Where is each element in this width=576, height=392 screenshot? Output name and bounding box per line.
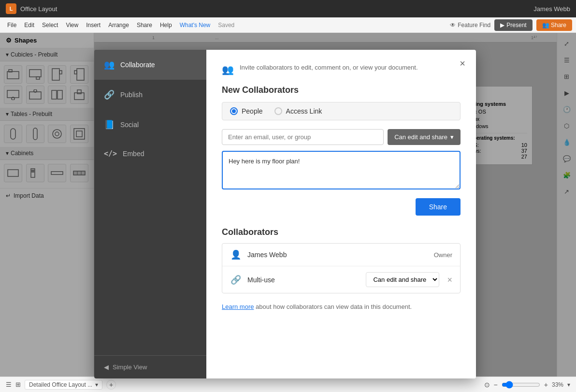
- nav-item-collaborate[interactable]: 👥 Collaborate: [94, 50, 206, 80]
- close-button[interactable]: ×: [456, 57, 469, 70]
- user-icon: 👤: [230, 249, 242, 260]
- menu-whats-new[interactable]: What's New: [176, 20, 214, 30]
- page-list-button[interactable]: ☰: [6, 381, 12, 388]
- menu-saved: Saved: [215, 20, 238, 30]
- share-nav-panel: 👥 Collaborate 🔗 Publish 📘 Social </> Emb…: [94, 50, 206, 378]
- header-description: Invite collaborators to edit, comment on…: [240, 63, 418, 72]
- learn-more-link[interactable]: Learn more: [222, 303, 254, 310]
- email-row: Can edit and share ▾: [222, 129, 461, 145]
- zoom-in-button[interactable]: +: [544, 381, 548, 389]
- app-title: Office Layout: [20, 5, 57, 13]
- user-name: James Webb: [533, 5, 570, 13]
- content-header: 👥 Invite collaborators to edit, comment …: [222, 63, 461, 75]
- new-collaborators-title: New Collaborators: [222, 85, 461, 95]
- multiuse-permission-select[interactable]: Can edit and share Can edit Can view: [366, 272, 439, 287]
- present-button[interactable]: ▶▶ PresentPresent: [494, 19, 532, 31]
- nav-item-publish[interactable]: 🔗 Publish: [94, 80, 206, 110]
- menu-edit[interactable]: Edit: [21, 20, 38, 30]
- simple-view-btn[interactable]: ◀ Simple View: [94, 355, 206, 378]
- down-arrow-icon: ▾: [567, 381, 570, 388]
- remove-collaborator-button[interactable]: ×: [447, 276, 452, 284]
- share-modal: 👥 Collaborate 🔗 Publish 📘 Social </> Emb…: [94, 50, 476, 378]
- menu-view[interactable]: View: [62, 20, 82, 30]
- collaborator-name-james: James Webb: [247, 251, 428, 259]
- collaborator-name-multiuse: Multi-use: [247, 276, 360, 284]
- menu-arrange[interactable]: Arrange: [105, 20, 132, 30]
- message-textarea[interactable]: Hey here is my floor plan!: [222, 151, 461, 189]
- embed-icon: </>: [104, 149, 117, 158]
- email-input[interactable]: [222, 129, 384, 145]
- menu-file[interactable]: File: [4, 20, 20, 30]
- radio-access-link[interactable]: Access Link: [274, 107, 322, 115]
- learn-more-suffix: about how collaborators can view data in…: [256, 303, 412, 310]
- permission-label: Can edit and share: [394, 133, 447, 141]
- collaborator-row-james: 👤 James Webb Owner: [222, 244, 460, 266]
- share-top-button[interactable]: 👥 Share: [536, 19, 572, 31]
- social-icon: 📘: [104, 119, 115, 130]
- layout-dropdown-arrow: ▾: [95, 381, 98, 388]
- people-label: People: [242, 107, 263, 115]
- publish-icon: 🔗: [104, 89, 115, 100]
- access-link-label: Access Link: [286, 107, 322, 115]
- app-logo: L: [6, 3, 16, 14]
- bottom-bar: ☰ ⊞ Detailed Office Layout ... ▾ + ⊙ − +…: [0, 377, 576, 392]
- feature-find: 👁Feature Find: [450, 22, 490, 29]
- radio-people[interactable]: People: [230, 107, 263, 115]
- menu-share[interactable]: Share: [133, 20, 156, 30]
- collaborate-content: × 👥 Invite collaborators to edit, commen…: [206, 50, 476, 378]
- header-people-icon: 👥: [222, 64, 234, 75]
- chevron-left-icon: ◀: [104, 363, 109, 371]
- menu-select[interactable]: Select: [39, 20, 61, 30]
- target-icon: ⊙: [484, 381, 490, 389]
- menu-bar: File Edit Select View Insert Arrange Sha…: [0, 17, 576, 33]
- add-page-button[interactable]: +: [106, 380, 116, 390]
- nav-item-embed[interactable]: </> Embed: [94, 140, 206, 168]
- zoom-level: 33%: [552, 381, 563, 388]
- layout-name: Detailed Office Layout ... ▾: [25, 380, 102, 390]
- menu-help[interactable]: Help: [157, 20, 175, 30]
- link-icon: 🔗: [230, 275, 242, 285]
- top-bar: L Office Layout James Webb: [0, 0, 576, 17]
- collaborators-title: Collaborators: [222, 227, 461, 237]
- menu-insert[interactable]: Insert: [83, 20, 104, 30]
- learn-more-section: Learn more about how collaborators can v…: [222, 303, 461, 310]
- zoom-out-button[interactable]: −: [494, 381, 498, 389]
- nav-item-social[interactable]: 📘 Social: [94, 110, 206, 140]
- collaborator-role-james: Owner: [434, 251, 452, 259]
- share-button[interactable]: Share: [416, 198, 461, 216]
- zoom-slider[interactable]: [502, 381, 540, 389]
- collaborate-icon: 👥: [104, 59, 115, 70]
- collaborator-row-multiuse: 🔗 Multi-use Can edit and share Can edit …: [222, 266, 460, 293]
- dropdown-arrow-icon: ▾: [450, 133, 454, 141]
- permission-dropdown[interactable]: Can edit and share ▾: [388, 129, 461, 145]
- collaborators-table: 👤 James Webb Owner 🔗 Multi-use Can edit …: [222, 243, 461, 293]
- grid-view-button[interactable]: ⊞: [15, 381, 21, 388]
- radio-tabs: People Access Link: [222, 102, 461, 120]
